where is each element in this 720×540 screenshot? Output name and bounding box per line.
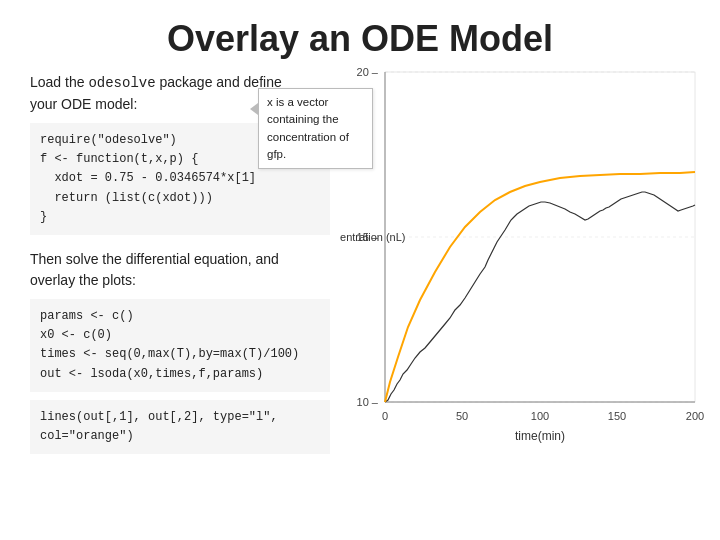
then-line1: Then solve the differential equation, an… — [30, 251, 279, 267]
svg-text:0: 0 — [382, 410, 388, 422]
tooltip-box: x is a vector containing the concentrati… — [258, 88, 373, 169]
svg-text:gfp concentration (nL): gfp concentration (nL) — [340, 231, 406, 243]
intro-ode: your ODE model: — [30, 96, 137, 112]
code-block-2: params <- c() x0 <- c(0) times <- seq(0,… — [30, 299, 330, 392]
intro-load: Load the — [30, 74, 88, 90]
tooltip-line1: x is a vector — [267, 96, 328, 108]
svg-text:20 –: 20 – — [357, 66, 379, 78]
svg-text:100: 100 — [531, 410, 549, 422]
tooltip-line2: containing the — [267, 113, 339, 125]
tooltip-line4: gfp. — [267, 148, 286, 160]
svg-text:50: 50 — [456, 410, 468, 422]
svg-text:10 –: 10 – — [357, 396, 379, 408]
tooltip-arrow — [250, 103, 258, 115]
then-line2: overlay the plots: — [30, 272, 136, 288]
svg-rect-0 — [385, 72, 695, 402]
svg-text:150: 150 — [608, 410, 626, 422]
then-text: Then solve the differential equation, an… — [30, 249, 330, 291]
intro-code: odesolve — [88, 75, 155, 91]
chart-container: 20 – 15 – 10 – 0 50 100 150 200 time(min… — [340, 62, 720, 452]
tooltip-line3: concentration of — [267, 131, 349, 143]
code-block-3: lines(out[,1], out[,2], type="l", col="o… — [30, 400, 330, 454]
ode-chart: 20 – 15 – 10 – 0 50 100 150 200 time(min… — [340, 62, 720, 452]
svg-text:200: 200 — [686, 410, 704, 422]
right-column: 20 – 15 – 10 – 0 50 100 150 200 time(min… — [340, 72, 720, 462]
svg-text:time(min): time(min) — [515, 429, 565, 443]
